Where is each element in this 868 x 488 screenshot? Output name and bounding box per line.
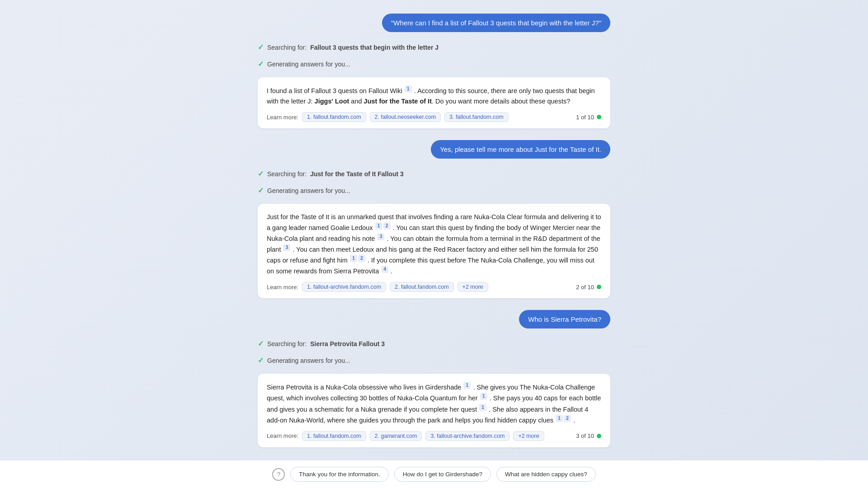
- counter-text-2: 2 of 10: [576, 284, 594, 291]
- searching-term-1: Fallout 3 quests that begin with the let…: [310, 44, 439, 51]
- counter-text-3: 3 of 10: [576, 432, 594, 439]
- user-bubble-3: Who is Sierra Petrovita?: [519, 310, 610, 328]
- searching-label-1: Searching for:: [267, 44, 307, 51]
- source-link-3-1[interactable]: 1. fallout.fandom.com: [302, 431, 366, 441]
- learn-more-row-3: Learn more: 1. fallout.fandom.com 2. gam…: [267, 431, 601, 441]
- green-dot-1: [597, 115, 601, 119]
- status-line-search-3: ✓ Searching for: Sierra Petrovita Fallou…: [258, 339, 610, 348]
- citation-2-4: 3: [283, 244, 290, 251]
- learn-more-label-1: Learn more:: [267, 114, 298, 121]
- counter-text-1: 1 of 10: [576, 114, 594, 121]
- citation-2-1: 1: [375, 222, 382, 230]
- help-icon-symbol: ?: [277, 471, 280, 478]
- citation-3-4: 1: [556, 415, 563, 422]
- citation-2-5: 1: [350, 255, 357, 262]
- status-line-search-2: ✓ Searching for: Just for the Taste of I…: [258, 169, 610, 178]
- status-line-search-1: ✓ Searching for: Fallout 3 quests that b…: [258, 43, 610, 52]
- source-link-3-2[interactable]: 2. gamerant.com: [370, 431, 422, 441]
- citation-3-5: 2: [564, 415, 571, 422]
- more-link-2[interactable]: +2 more: [458, 282, 488, 292]
- status-line-gen-3: ✓ Generating answers for you...: [258, 356, 610, 365]
- answer-card-1: I found a list of Fallout 3 quests on Fa…: [258, 77, 610, 128]
- help-icon[interactable]: ?: [272, 468, 285, 481]
- learn-more-row-1: Learn more: 1. fallout.fandom.com 2. fal…: [267, 112, 601, 122]
- citation-3-2: 1: [480, 393, 487, 400]
- citation-3-3: 1: [479, 404, 486, 411]
- searching-label-3: Searching for:: [267, 340, 307, 347]
- source-link-2-2[interactable]: 2. fallout.fandom.com: [390, 282, 454, 292]
- counter-badge-3: 3 of 10: [576, 432, 601, 439]
- citation-2-6: 2: [358, 255, 365, 262]
- source-link-1-1[interactable]: 1. fallout.fandom.com: [302, 112, 366, 122]
- checkmark-icon-gen-1: ✓: [258, 60, 264, 68]
- checkmark-icon-1: ✓: [258, 43, 264, 52]
- learn-more-label-2: Learn more:: [267, 284, 298, 291]
- user-message-1: "Where can I find a list of Fallout 3 qu…: [258, 14, 610, 32]
- checkmark-icon-gen-2: ✓: [258, 186, 264, 195]
- citation-2-7: 4: [381, 266, 388, 273]
- checkmark-icon-gen-3: ✓: [258, 356, 264, 365]
- counter-badge-2: 2 of 10: [576, 284, 601, 291]
- searching-term-2: Just for the Taste of It Fallout 3: [310, 170, 404, 178]
- user-bubble-1: "Where can I find a list of Fallout 3 qu…: [382, 14, 610, 32]
- generating-label-3: Generating answers for you...: [267, 357, 350, 364]
- answer-card-3: Sierra Petrovita is a Nuka-Cola obsessiv…: [258, 374, 610, 447]
- learn-more-label-3: Learn more:: [267, 432, 298, 439]
- citation-2-3: 3: [377, 233, 384, 240]
- user-message-3: Who is Sierra Petrovita?: [258, 310, 610, 328]
- more-link-3[interactable]: +2 more: [513, 431, 544, 441]
- answer-text-2: Just for the Taste of It is an unmarked …: [267, 212, 601, 277]
- citation-2-2: 2: [383, 222, 391, 230]
- suggestion-chip-3[interactable]: What are hidden cappy clues?: [496, 467, 596, 482]
- suggestion-bar: ? Thank you for the information. How do …: [0, 460, 868, 488]
- suggestion-chip-2[interactable]: How do I get to Girdershade?: [394, 467, 491, 482]
- generating-label-2: Generating answers for you...: [267, 187, 350, 194]
- checkmark-icon-2: ✓: [258, 169, 264, 178]
- suggestion-chip-1[interactable]: Thank you for the information.: [290, 467, 388, 482]
- green-dot-3: [597, 434, 601, 438]
- user-message-2: Yes, please tell me more about Just for …: [258, 140, 610, 159]
- citation-3-1: 1: [463, 382, 471, 389]
- status-line-gen-2: ✓ Generating answers for you...: [258, 186, 610, 195]
- learn-more-row-2: Learn more: 1. fallout-archive.fandom.co…: [267, 282, 601, 292]
- chat-container: "Where can I find a list of Fallout 3 qu…: [258, 9, 610, 486]
- source-link-2-1[interactable]: 1. fallout-archive.fandom.com: [302, 282, 386, 292]
- checkmark-icon-3: ✓: [258, 339, 264, 348]
- user-bubble-2: Yes, please tell me more about Just for …: [431, 140, 610, 159]
- searching-label-2: Searching for:: [267, 170, 307, 178]
- answer-text-1: I found a list of Fallout 3 quests on Fa…: [267, 85, 601, 107]
- answer-card-2: Just for the Taste of It is an unmarked …: [258, 204, 610, 298]
- source-link-1-2[interactable]: 2. fallout.neoseeker.com: [370, 112, 441, 122]
- answer-text-3: Sierra Petrovita is a Nuka-Cola obsessiv…: [267, 382, 601, 425]
- green-dot-2: [597, 285, 601, 289]
- status-line-gen-1: ✓ Generating answers for you...: [258, 60, 610, 68]
- source-link-3-3[interactable]: 3. fallout-archive.fandom.com: [425, 431, 509, 441]
- generating-label-1: Generating answers for you...: [267, 61, 350, 68]
- searching-term-3: Sierra Petrovita Fallout 3: [310, 340, 385, 347]
- source-link-1-3[interactable]: 3. fallout.fandom.com: [444, 112, 509, 122]
- counter-badge-1: 1 of 10: [576, 114, 601, 121]
- citation-1-1: 1: [405, 85, 412, 93]
